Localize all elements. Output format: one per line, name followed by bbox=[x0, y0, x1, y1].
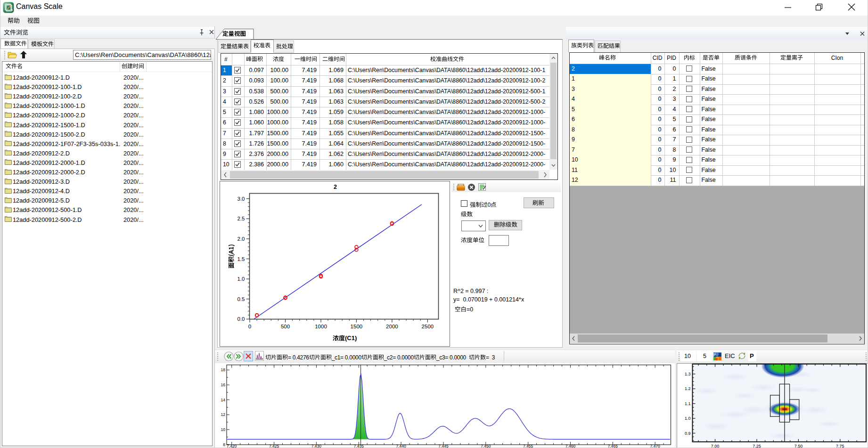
svg-text:1000: 1000 bbox=[315, 324, 327, 329]
svg-text:7.465: 7.465 bbox=[608, 444, 618, 448]
svg-text:12: 12 bbox=[221, 412, 226, 417]
svg-text:10: 10 bbox=[221, 427, 226, 432]
svg-text:1.1: 1.1 bbox=[685, 401, 691, 406]
svg-text:18: 18 bbox=[221, 367, 226, 372]
svg-text:7.00: 7.00 bbox=[711, 444, 720, 448]
svg-text:1.0: 1.0 bbox=[685, 416, 691, 421]
svg-text:7.25: 7.25 bbox=[753, 444, 761, 448]
svg-text:7.50: 7.50 bbox=[794, 444, 803, 448]
svg-text:1.2: 1.2 bbox=[685, 386, 691, 391]
svg-text:0.5: 0.5 bbox=[237, 296, 245, 302]
svg-text:2.0: 2.0 bbox=[237, 236, 245, 242]
svg-text:7.460: 7.460 bbox=[565, 444, 576, 448]
svg-text:7.420: 7.420 bbox=[227, 444, 237, 448]
svg-text:7.435: 7.435 bbox=[354, 444, 364, 448]
svg-text:2000: 2000 bbox=[386, 324, 398, 329]
svg-text:7.440: 7.440 bbox=[396, 444, 406, 448]
svg-text:2.5: 2.5 bbox=[237, 216, 245, 221]
svg-text:1.0: 1.0 bbox=[237, 276, 245, 282]
svg-text:7.470: 7.470 bbox=[650, 444, 661, 448]
svg-text:1500: 1500 bbox=[351, 324, 363, 329]
svg-text:1.5: 1.5 bbox=[237, 256, 245, 262]
svg-text:16: 16 bbox=[221, 383, 226, 387]
svg-text:7.450: 7.450 bbox=[481, 444, 491, 448]
svg-text:3.0: 3.0 bbox=[237, 196, 245, 202]
svg-text:7.75: 7.75 bbox=[836, 444, 844, 448]
svg-text:8: 8 bbox=[223, 442, 225, 447]
svg-text:7.455: 7.455 bbox=[523, 444, 533, 448]
svg-text:7.430: 7.430 bbox=[311, 444, 322, 448]
svg-text:2500: 2500 bbox=[422, 324, 434, 329]
svg-text:0: 0 bbox=[248, 324, 251, 329]
svg-text:0.9: 0.9 bbox=[685, 431, 691, 436]
svg-text:1.3: 1.3 bbox=[685, 372, 691, 376]
svg-text:0.0: 0.0 bbox=[237, 316, 245, 322]
svg-text:500: 500 bbox=[281, 324, 290, 329]
svg-text:7.445: 7.445 bbox=[438, 444, 449, 448]
svg-text:7.425: 7.425 bbox=[269, 444, 279, 448]
svg-text:14: 14 bbox=[221, 398, 226, 402]
